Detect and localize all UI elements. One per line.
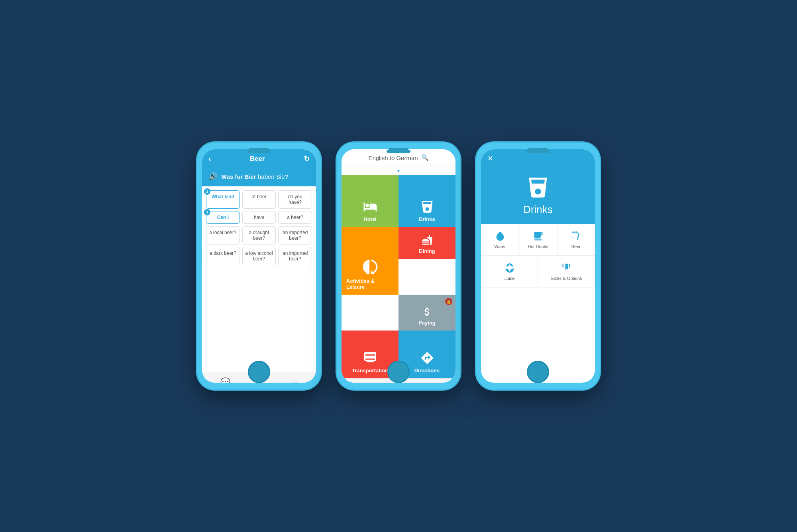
phone-1-header: ‹ Beer ↻: [202, 149, 316, 168]
phrase-rest: haben Sie?: [256, 173, 288, 180]
transportation-icon: [363, 351, 377, 365]
sizes-icon: [561, 262, 572, 274]
word-cell-draught-beer[interactable]: a draught beer?: [242, 226, 276, 244]
word-cell-dark-beer[interactable]: a dark beer?: [206, 247, 240, 265]
phone-2-speaker: [389, 148, 408, 151]
phone-2-footer: 💬 ♡ ···: [342, 378, 455, 383]
phone-2-screen: English to German 🔍 ▾ Hotel: [342, 149, 455, 383]
directions-icon: [420, 351, 434, 365]
category-tile-dining[interactable]: Dining: [398, 227, 455, 259]
phone-1-screen: ‹ Beer ↻ 🔊 Was fur Bier haben Sie? 1 Wha…: [202, 149, 316, 383]
phone-3-speaker: [528, 148, 548, 151]
dining-icon: [422, 235, 433, 246]
category-grid: Hotel Drinks Activities & Leisure: [342, 175, 455, 378]
phone-1-speaker: [249, 148, 269, 151]
word-cell-of-beer[interactable]: of beer: [242, 190, 276, 209]
word-cell-a-beer[interactable]: a beer?: [278, 211, 312, 224]
transportation-label: Transportation: [352, 368, 388, 374]
drinks-hero: Drinks: [481, 168, 595, 224]
sub-tile-water[interactable]: Water: [481, 224, 519, 256]
water-icon: [495, 231, 506, 242]
phone-2-header: English to German 🔍: [342, 149, 455, 166]
juice-label: Juice: [505, 276, 515, 281]
close-button[interactable]: ✕: [487, 154, 493, 163]
category-tile-drinks[interactable]: Drinks: [398, 175, 455, 227]
phone-3-header: ✕: [481, 149, 595, 168]
page-title: Beer: [250, 155, 265, 163]
badge-2: 1: [204, 209, 210, 215]
phone-3: ✕ Drinks Water: [476, 143, 600, 389]
drinks-label: Drinks: [419, 216, 435, 222]
word-cell-can-i[interactable]: 1 Can I: [206, 211, 240, 224]
back-button[interactable]: ‹: [208, 154, 211, 163]
search-label: English to German: [368, 155, 418, 161]
more-icon[interactable]: ···: [291, 377, 298, 383]
paying-icon: [422, 306, 433, 317]
beer-label: Beer: [571, 244, 581, 249]
hotel-icon: [363, 200, 377, 214]
heart-icon[interactable]: ♡: [257, 377, 264, 383]
phone-2: English to German 🔍 ▾ Hotel: [337, 143, 460, 389]
word-cell-imported-beer-2[interactable]: an imported beer?: [278, 247, 312, 265]
phrase-bold: Was fur Bier: [221, 173, 256, 180]
word-cell-imported-beer-1[interactable]: an imported beer?: [278, 226, 312, 244]
chevron-down-icon: ▾: [342, 166, 455, 175]
subcategory-row-2: Juice Sizes & Options: [481, 256, 595, 288]
beer-icon: [570, 231, 581, 242]
sub-tile-hot-drinks[interactable]: Hot Drinks: [519, 224, 557, 256]
word-cell-do-you-have[interactable]: do you have?: [278, 190, 312, 209]
sub-tile-sizes[interactable]: Sizes & Options: [538, 256, 595, 288]
phrase-text: Was fur Bier haben Sie?: [221, 173, 288, 180]
category-tile-directions[interactable]: Directions: [398, 331, 455, 378]
word-cell-local-beer[interactable]: a local beer?: [206, 226, 240, 244]
speaker-icon[interactable]: 🔊: [208, 172, 217, 181]
phrase-display: 🔊 Was fur Bier haben Sie?: [202, 168, 316, 186]
sub-tile-beer[interactable]: Beer: [557, 224, 595, 256]
drinks-icon: [420, 200, 434, 214]
phone-1-footer: 💬 ♡ ···: [202, 372, 316, 383]
juice-icon: [504, 262, 515, 274]
activities-label: Activities & Leisure: [346, 278, 394, 290]
activities-icon: [361, 258, 379, 276]
paying-label: Paying: [418, 320, 436, 326]
category-tile-hotel[interactable]: Hotel: [342, 175, 398, 227]
drinks-hero-icon: [526, 176, 550, 200]
category-tile-activities[interactable]: Activities & Leisure: [342, 227, 398, 295]
badge-1: 1: [204, 188, 210, 195]
search-icon[interactable]: 🔍: [421, 154, 429, 161]
refresh-button[interactable]: ↻: [304, 155, 310, 163]
sub-tile-juice[interactable]: Juice: [481, 256, 538, 288]
chat-icon[interactable]: 💬: [220, 377, 230, 383]
word-grid: 1 What kind of beer do you have? 1 Can I…: [202, 186, 316, 269]
subcategory-row-1: Water Hot Drinks Beer: [481, 224, 595, 256]
word-grid-container: 1 What kind of beer do you have? 1 Can I…: [202, 186, 316, 372]
hot-drinks-label: Hot Drinks: [528, 244, 548, 249]
phone-3-screen: ✕ Drinks Water: [481, 149, 595, 383]
phone-1: ‹ Beer ↻ 🔊 Was fur Bier haben Sie? 1 Wha…: [197, 143, 321, 389]
hotel-label: Hotel: [363, 216, 377, 222]
category-tile-transportation[interactable]: Transportation: [342, 331, 398, 378]
word-cell-have[interactable]: have: [242, 211, 276, 224]
drinks-hero-title: Drinks: [523, 203, 553, 216]
lock-icon: 🔒: [445, 298, 452, 305]
sizes-label: Sizes & Options: [551, 276, 582, 281]
category-tile-paying[interactable]: 🔒 Paying: [398, 295, 455, 331]
search-bar[interactable]: English to German 🔍: [348, 154, 449, 161]
directions-label: Directions: [414, 368, 440, 374]
phones-container: ‹ Beer ↻ 🔊 Was fur Bier haben Sie? 1 Wha…: [197, 143, 600, 389]
hot-drinks-icon: [532, 231, 544, 242]
word-cell-what-kind[interactable]: 1 What kind: [206, 190, 240, 209]
water-label: Water: [494, 244, 506, 249]
dining-label: Dining: [419, 248, 435, 254]
word-cell-low-alcohol[interactable]: a low alcohol beer?: [242, 247, 276, 265]
